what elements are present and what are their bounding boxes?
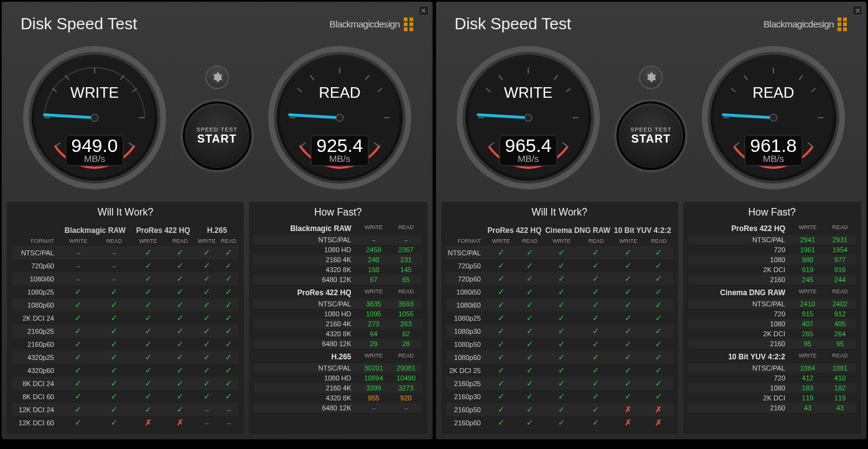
hf-label: 1080 xyxy=(688,384,791,392)
hf-codec-name: 10 Bit YUV 4:2:2 xyxy=(688,352,791,361)
table-row: 2K DCI 25✓✓✓✓✓✓ xyxy=(446,364,673,377)
check-icon: ✓ xyxy=(625,274,632,283)
read-gauge: READ 961.8 MB/s xyxy=(702,46,845,189)
check-icon: ✓ xyxy=(592,261,599,270)
hf-row: NTSC/PAL–– xyxy=(254,235,422,245)
status-cell: ✓ xyxy=(543,338,580,351)
status-cell: ✓ xyxy=(486,351,516,364)
close-button[interactable]: ✕ xyxy=(852,6,862,16)
check-icon: ✓ xyxy=(498,366,505,375)
hf-row: 2160245244 xyxy=(688,275,856,285)
check-icon: ✓ xyxy=(498,326,505,336)
status-cell: ✓ xyxy=(165,403,195,416)
hf-write-value: 3399 xyxy=(358,384,390,392)
hf-col-write: WRITE xyxy=(791,352,824,361)
check-icon: ✓ xyxy=(225,287,232,296)
status-cell: ✓ xyxy=(645,259,673,272)
status-cell: ✓ xyxy=(98,403,131,416)
status-cell: ✓ xyxy=(59,377,98,390)
hf-label: NTSC/PAL xyxy=(688,300,791,308)
status-cell: ✓ xyxy=(516,246,543,259)
status-cell: ✓ xyxy=(195,364,218,377)
status-cell: ✗ xyxy=(645,403,673,416)
check-icon: ✓ xyxy=(558,287,565,296)
table-row: 720p60––✓✓✓✓ xyxy=(12,259,239,272)
check-icon: ✓ xyxy=(111,418,118,427)
hf-section: H.265WRITEREADNTSC/PAL30201290811080 HD1… xyxy=(254,352,422,413)
settings-button[interactable] xyxy=(639,65,663,89)
status-cell: ✓ xyxy=(165,338,195,351)
check-icon: ✓ xyxy=(655,366,662,375)
check-icon: ✓ xyxy=(498,274,505,283)
start-button[interactable]: SPEED TEST START xyxy=(617,102,685,170)
check-icon: ✓ xyxy=(203,326,210,336)
status-cell: ✓ xyxy=(195,351,218,364)
check-icon: ✓ xyxy=(592,379,599,388)
brand-label: Blackmagicdesign xyxy=(330,17,414,31)
svg-point-55 xyxy=(525,114,532,121)
status-cell: ✓ xyxy=(516,377,543,390)
hf-codec-name: ProRes 422 HQ xyxy=(688,224,791,233)
check-icon: ✓ xyxy=(558,405,565,414)
codec-header: H.265 xyxy=(195,224,239,236)
codec-header: Blackmagic RAW xyxy=(59,224,131,236)
status-cell: ✓ xyxy=(580,246,612,259)
codec-header: ProRes 422 HQ xyxy=(131,224,195,236)
status-cell: ✓ xyxy=(165,246,195,259)
close-button[interactable]: ✕ xyxy=(419,6,429,16)
status-cell: ✓ xyxy=(612,311,645,324)
svg-rect-37 xyxy=(843,17,847,21)
status-cell: ✓ xyxy=(516,338,543,351)
check-icon: ✓ xyxy=(498,287,505,296)
check-icon: ✓ xyxy=(177,300,184,310)
check-icon: ✓ xyxy=(526,366,533,375)
read-unit: MB/s xyxy=(329,153,350,164)
check-icon: ✓ xyxy=(526,418,533,427)
wiw-title: Will It Work? xyxy=(12,207,239,218)
row-label: 1080p50 xyxy=(446,338,486,351)
check-icon: ✓ xyxy=(75,392,82,401)
start-button[interactable]: SPEED TEST START xyxy=(183,102,251,170)
check-icon: ✓ xyxy=(558,274,565,283)
hf-label: 4320 8K xyxy=(254,394,357,402)
status-cell: ✓ xyxy=(580,298,612,311)
check-icon: ✓ xyxy=(177,326,184,336)
status-cell: ✗ xyxy=(131,416,166,429)
check-icon: ✓ xyxy=(498,379,505,388)
wiw-head-1: ProRes 422 HQCinema DNG RAW10 Bit YUV 4:… xyxy=(446,224,673,246)
status-cell: ✓ xyxy=(59,390,98,403)
hf-read-value: 1954 xyxy=(824,246,856,253)
status-cell: ✓ xyxy=(165,324,195,338)
check-icon: ✓ xyxy=(145,392,152,401)
status-cell: ✓ xyxy=(195,272,218,285)
status-cell: ✓ xyxy=(218,298,239,311)
write-gauge: WRITE 949.0 MB/s xyxy=(23,46,166,189)
hf-section: Cinema DNG RAWWRITEREADNTSC/PAL241024027… xyxy=(688,288,856,349)
status-cell: ✓ xyxy=(516,390,543,403)
hf-label: NTSC/PAL xyxy=(254,300,357,308)
read-gauge: READ 925.4 MB/s xyxy=(268,46,411,189)
status-cell: ✓ xyxy=(131,298,166,311)
hf-write-value: 2458 xyxy=(358,246,390,253)
hf-label: 4320 8K xyxy=(254,330,357,338)
status-cell: ✓ xyxy=(486,246,516,259)
hf-label: NTSC/PAL xyxy=(254,364,357,372)
svg-rect-1 xyxy=(409,17,413,21)
row-label: NTSC/PAL xyxy=(12,246,59,259)
check-icon: ✓ xyxy=(625,339,632,349)
hf-row: 1080 HD24582367 xyxy=(254,245,422,255)
check-icon: ✓ xyxy=(177,261,184,270)
status-cell: ✓ xyxy=(195,298,218,311)
settings-button[interactable] xyxy=(205,65,229,89)
status-cell: ✓ xyxy=(218,390,239,403)
check-icon: ✓ xyxy=(655,274,662,283)
check-icon: ✓ xyxy=(592,313,599,323)
hf-col-write: WRITE xyxy=(791,224,824,233)
hf-row: 1080407405 xyxy=(688,319,856,329)
dash-icon: – xyxy=(205,419,208,427)
read-unit: MB/s xyxy=(763,153,784,164)
status-cell: ✓ xyxy=(131,338,166,351)
check-icon: ✓ xyxy=(145,248,152,257)
svg-rect-2 xyxy=(404,22,408,26)
table-row: NTSC/PAL✓✓✓✓✓✓ xyxy=(446,246,673,259)
